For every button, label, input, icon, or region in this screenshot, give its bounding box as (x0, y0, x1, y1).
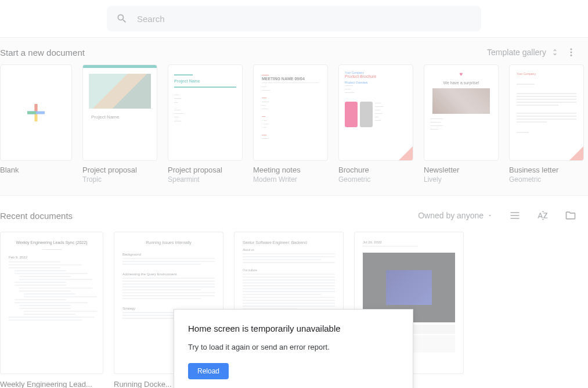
svg-point-0 (571, 48, 572, 50)
unfold-icon (551, 48, 559, 56)
svg-rect-5 (27, 112, 45, 114)
thumb-text: Product Brochure (345, 74, 407, 78)
template-title: Business letter (509, 166, 584, 174)
template-subtitle: Geometric (509, 175, 584, 184)
svg-rect-7 (35, 112, 38, 114)
more-options-icon[interactable] (566, 47, 576, 58)
template-proposal-spearmint[interactable]: Project Name ━━━━━━━━━━━━━━━━━━━━━━━━━━━… (168, 64, 243, 184)
template-title: Blank (0, 166, 72, 174)
thumb-text: Weekly Engineering Leads Sync (2022) (9, 240, 95, 245)
thumb-text: Your Company (345, 71, 407, 74)
thumb-text: Project Name (174, 79, 236, 83)
reload-button[interactable]: Reload (188, 363, 229, 379)
search-input[interactable] (137, 14, 472, 24)
thumb-text: Running Issues Internally (122, 240, 215, 245)
thumb-text: Jul 26, 2022 (363, 240, 455, 244)
search-bar-container (0, 0, 588, 37)
owned-by-label: Owned by anyone (418, 211, 484, 220)
thumb-text: We have a surprise! (430, 81, 492, 85)
thumb-text: Project Name (83, 114, 157, 120)
sort-icon[interactable] (537, 210, 549, 221)
error-dialog: Home screen is temporarily unavailable T… (174, 309, 413, 388)
svg-point-1 (571, 52, 572, 53)
gallery-label-text: Template gallery (487, 48, 546, 57)
list-view-icon[interactable] (509, 210, 521, 221)
owned-by-dropdown[interactable]: Owned by anyone (418, 211, 493, 220)
heart-icon: ♥ (430, 71, 492, 77)
template-title: Brochure (338, 166, 413, 174)
template-title: Newsletter (424, 166, 499, 174)
template-proposal-tropic[interactable]: Project Name Project proposal Tropic (82, 64, 157, 184)
dropdown-icon (487, 213, 493, 218)
template-title: Project proposal (168, 166, 243, 174)
recent-doc-title: Weekly Engineering Lead... (0, 380, 103, 388)
dialog-body: Try to load it again or send an error re… (188, 343, 399, 351)
thumb-text: Addressing the Query Environment (122, 272, 215, 276)
thumb-text: Your Company (517, 72, 576, 76)
template-meeting-notes[interactable]: ━━━━ MEETING NAME 09/04 ━━━━━━━━━━━━━━━━… (253, 64, 328, 184)
template-section-title: Start a new document (0, 48, 85, 58)
recent-section-title: Recent documents (0, 211, 73, 221)
template-subtitle: Spearmint (168, 175, 243, 184)
template-subtitle: Modern Writer (253, 175, 328, 184)
template-newsletter[interactable]: ♥ We have a surprise! ━━━━━━━━━━━━━━━━━━… (424, 64, 499, 184)
template-subtitle: Lively (424, 175, 499, 184)
template-subtitle: Tropic (82, 175, 157, 184)
template-brochure[interactable]: Your Company Product Brochure Product Ov… (338, 64, 413, 184)
recent-doc[interactable]: Weekly Engineering Leads Sync (2022) ━━━… (0, 232, 103, 388)
svg-rect-6 (27, 112, 36, 114)
template-subtitle: Geometric (338, 175, 413, 184)
thumb-text: Background (122, 253, 215, 256)
thumb-text: Feb 9, 2022 (9, 256, 95, 259)
plus-icon (24, 101, 48, 124)
search-icon (116, 13, 128, 24)
svg-point-2 (571, 55, 572, 56)
template-section: Start a new document Template gallery (0, 37, 588, 196)
folder-icon[interactable] (565, 210, 576, 221)
search-box[interactable] (107, 6, 481, 31)
template-business-letter[interactable]: Your Company Business letter (509, 64, 584, 184)
template-title: Meeting notes (253, 166, 328, 174)
thumb-text: Product Overview (345, 81, 407, 84)
template-gallery-button[interactable]: Template gallery (487, 48, 559, 57)
thumb-text: Our culture (243, 268, 335, 272)
svg-rect-4 (35, 104, 38, 113)
template-blank[interactable]: Blank (0, 64, 72, 184)
thumb-text: Senior Software Engineer: Backend (243, 240, 335, 245)
svg-rect-3 (35, 104, 38, 121)
template-row: Blank Project Name Project proposal Trop… (0, 64, 588, 184)
thumb-text: MEETING NAME 09/04 (262, 77, 319, 83)
dialog-title: Home screen is temporarily unavailable (188, 324, 399, 333)
thumb-text: About us (243, 248, 335, 252)
template-title: Project proposal (82, 166, 157, 174)
